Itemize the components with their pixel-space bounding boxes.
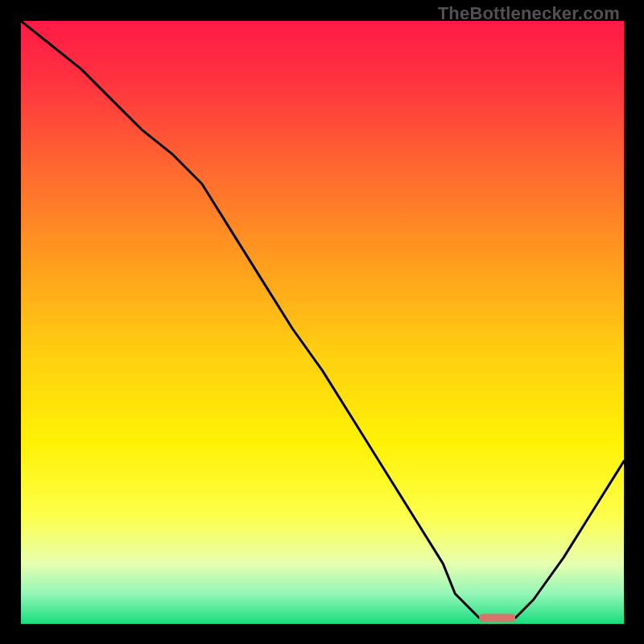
chart-container: TheBottlenecker.com [0,0,644,644]
gradient-background [21,21,624,624]
chart-svg [21,21,624,624]
optimal-marker [479,614,515,622]
plot-area [21,21,624,624]
